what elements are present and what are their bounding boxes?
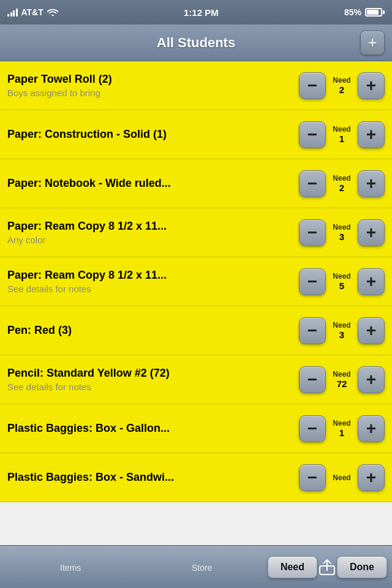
need-value: 72 [337,379,347,389]
decrement-button[interactable]: − [299,72,326,99]
stepper-display: Need72 [326,370,358,389]
need-label: Need [333,76,350,85]
item-name: Pen: Red (3) [7,324,293,337]
item-text: Paper Towel Roll (2)Boys assigned to bri… [7,73,299,99]
need-value: 2 [339,85,344,95]
item-name: Paper Towel Roll (2) [7,73,293,86]
tab-items[interactable]: Items [5,546,136,588]
stepper-group: −Need5+ [299,268,385,295]
increment-button[interactable]: + [358,170,385,197]
tab-items-label: Items [60,563,81,573]
status-left: AT&T [7,7,58,17]
item-text: Paper: Notebook - Wide ruled... [7,177,299,190]
item-text: Paper: Construction - Solid (1) [7,128,299,141]
need-label: Need [333,223,350,232]
battery-icon [365,8,385,17]
stepper-group: −Need3+ [299,317,385,344]
need-label: Need [333,419,350,428]
item-text: Pencil: Standard Yellow #2 (72)See detai… [7,367,299,393]
increment-button[interactable]: + [358,317,385,344]
decrement-button[interactable]: − [299,366,326,393]
stepper-display: Need2 [326,174,358,193]
stepper-group: −Need1+ [299,121,385,148]
list-item: Pen: Red (3)−Need3+ [0,306,392,355]
need-label: Need [333,272,350,281]
battery-percent: 85% [344,7,361,17]
item-note: Any color [7,235,293,245]
list-item: Paper: Notebook - Wide ruled...−Need2+ [0,159,392,208]
status-bar: AT&T 1:12 PM 85% [0,0,392,24]
list-item: Paper Towel Roll (2)Boys assigned to bri… [0,61,392,110]
stepper-display: Need3 [326,321,358,340]
need-value: 3 [339,232,344,242]
increment-button[interactable]: + [358,415,385,442]
item-name: Pencil: Standard Yellow #2 (72) [7,367,293,380]
increment-button[interactable]: + [358,121,385,148]
decrement-button[interactable]: − [299,268,326,295]
stepper-display: Need [326,473,358,482]
stepper-group: −Need2+ [299,170,385,197]
list-item: Plastic Baggies: Box - Sandwi...−Need+ [0,453,392,502]
items-list: Paper Towel Roll (2)Boys assigned to bri… [0,61,392,545]
tab-store[interactable]: Store [136,546,267,588]
item-text: Paper: Ream Copy 8 1/2 x 11...Any color [7,220,299,246]
decrement-button[interactable]: − [299,415,326,442]
item-name: Paper: Ream Copy 8 1/2 x 11... [7,220,293,233]
tab-bar: Items Store Need Done [0,545,392,588]
list-item: Paper: Ream Copy 8 1/2 x 11...See detail… [0,257,392,306]
increment-button[interactable]: + [358,72,385,99]
increment-button[interactable]: + [358,268,385,295]
need-value: 3 [339,330,344,340]
item-name: Plastic Baggies: Box - Gallon... [7,422,293,435]
decrement-button[interactable]: − [299,121,326,148]
decrement-button[interactable]: − [299,317,326,344]
list-item: Plastic Baggies: Box - Gallon...−Need1+ [0,404,392,453]
carrier-label: AT&T [21,7,43,17]
share-button[interactable] [317,557,337,577]
decrement-button[interactable]: − [299,170,326,197]
done-button[interactable]: Done [337,556,387,578]
list-item: Pencil: Standard Yellow #2 (72)See detai… [0,355,392,404]
decrement-button[interactable]: − [299,219,326,246]
need-label: Need [333,174,350,183]
item-note: See details for notes [7,382,293,392]
increment-button[interactable]: + [358,366,385,393]
stepper-display: Need1 [326,419,358,438]
tab-store-label: Store [192,563,212,573]
need-label: Need [333,370,350,379]
need-value: 1 [339,428,344,438]
nav-bar: All Students + [0,24,392,61]
item-name: Paper: Notebook - Wide ruled... [7,177,293,190]
need-value: 2 [339,183,344,193]
stepper-group: −Need+ [299,464,385,491]
wifi-icon [47,8,58,17]
item-text: Plastic Baggies: Box - Sandwi... [7,471,299,484]
need-label: Need [333,473,350,482]
need-value: 1 [339,134,344,144]
stepper-display: Need3 [326,223,358,242]
status-time: 1:12 PM [184,7,219,18]
page-title: All Students [157,35,235,51]
decrement-button[interactable]: − [299,464,326,491]
item-name: Plastic Baggies: Box - Sandwi... [7,471,293,484]
need-label: Need [333,125,350,134]
item-text: Plastic Baggies: Box - Gallon... [7,422,299,435]
stepper-display: Need2 [326,76,358,95]
add-button[interactable]: + [360,31,385,55]
list-item: Paper: Construction - Solid (1)−Need1+ [0,110,392,159]
item-name: Paper: Construction - Solid (1) [7,128,293,141]
list-item: Paper: Ream Copy 8 1/2 x 11...Any color−… [0,208,392,257]
need-label: Need [333,321,350,330]
stepper-group: −Need2+ [299,72,385,99]
increment-button[interactable]: + [358,219,385,246]
stepper-group: −Need3+ [299,219,385,246]
item-note: Boys assigned to bring [7,88,293,98]
increment-button[interactable]: + [358,464,385,491]
status-right: 85% [344,7,385,17]
item-text: Paper: Ream Copy 8 1/2 x 11...See detail… [7,269,299,295]
need-button[interactable]: Need [268,556,317,578]
stepper-group: −Need1+ [299,415,385,442]
item-note: See details for notes [7,284,293,294]
stepper-display: Need5 [326,272,358,291]
item-text: Pen: Red (3) [7,324,299,337]
